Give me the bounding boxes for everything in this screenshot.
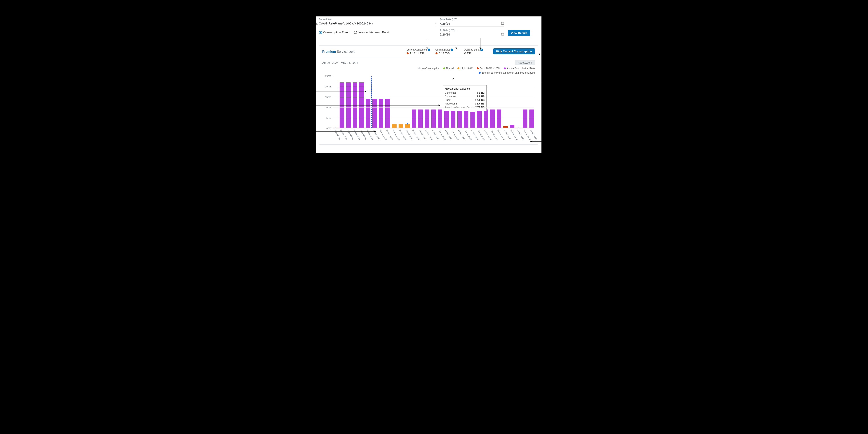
hide-current-consumption-button[interactable]: Hide Current Consumption bbox=[493, 48, 535, 54]
legend-dot bbox=[479, 72, 480, 74]
subscription-select[interactable]: QA-All-RatePlans-V1-06 (A-S00024534) bbox=[319, 21, 436, 26]
legend-dot bbox=[504, 67, 506, 69]
subscription-label: Subscription bbox=[319, 18, 436, 21]
info-icon[interactable]: i bbox=[480, 48, 483, 51]
tooltip-prov-value: : 2.79 TiB bbox=[474, 105, 485, 109]
legend-dot bbox=[477, 67, 479, 69]
y-tick: 10 TiB bbox=[322, 106, 332, 109]
current-consumed-label: Current Consumed bbox=[407, 48, 427, 51]
current-burst-label: Current Burst bbox=[435, 48, 450, 51]
legend-high: High > 80% bbox=[460, 67, 473, 70]
radio-unchecked-icon bbox=[354, 31, 357, 34]
tooltip-consumed-value: : 9.1 TiB bbox=[475, 95, 485, 98]
chart-cursor-line bbox=[371, 76, 372, 128]
calendar-icon bbox=[501, 32, 504, 36]
x-tick-label: 26 May 22:00 bbox=[530, 129, 538, 141]
legend-dot bbox=[418, 67, 421, 69]
accrued-burst-label: Accrued Burst bbox=[464, 48, 479, 51]
tooltip-consumed-label: Consumed bbox=[445, 95, 457, 98]
service-level-premium: Premium bbox=[322, 50, 336, 53]
legend-no-consumption: No Consumption bbox=[422, 67, 439, 70]
to-date-value: 5/26/24 bbox=[440, 33, 450, 36]
radio-checked-icon bbox=[319, 31, 322, 34]
metric-current-burst: Current Burst i 0.12 TiB bbox=[435, 48, 460, 55]
service-level-title: Premium Service Level bbox=[322, 50, 356, 54]
subscription-value: QA-All-RatePlans-V1-06 (A-S00024534) bbox=[319, 22, 373, 25]
svg-rect-0 bbox=[501, 22, 504, 25]
svg-rect-1 bbox=[501, 33, 504, 35]
chart-date-range: Apr 25, 2024 - May 26, 2024 bbox=[322, 61, 358, 64]
legend-burst: Burst 100% - 120% bbox=[480, 67, 500, 70]
consumption-panel: Subscription QA-All-RatePlans-V1-06 (A-S… bbox=[316, 16, 541, 153]
y-tick: 15 TiB bbox=[322, 96, 332, 98]
metric-accrued-burst: Accrued Burst i 0 TiB bbox=[464, 48, 489, 55]
sample-dot bbox=[407, 123, 408, 125]
top-controls: Subscription QA-All-RatePlans-V1-06 (A-S… bbox=[316, 16, 541, 37]
to-date-label: To Date (UTC) bbox=[440, 29, 504, 32]
tooltip-burst-value: : 7.1 TiB bbox=[475, 98, 485, 102]
service-level-text: Service Level bbox=[337, 50, 356, 53]
tooltip-title: May 13, 2024 10:00:00 bbox=[445, 87, 485, 91]
current-burst-value: 0.12 TiB bbox=[439, 52, 450, 55]
view-mode-radios: Consumption Trend Invoiced Accrued Burst bbox=[319, 31, 436, 34]
radio-consumption-trend[interactable]: Consumption Trend bbox=[319, 31, 350, 34]
radio-invoiced-burst-label: Invoiced Accrued Burst bbox=[358, 31, 389, 34]
chevron-down-icon bbox=[434, 23, 436, 24]
from-date-label: From Date (UTC) bbox=[440, 18, 504, 21]
chart-card: Premium Service Level Current Consumed i… bbox=[319, 45, 538, 144]
legend-row-1: No Consumption Normal High > 80% Burst 1… bbox=[322, 66, 535, 71]
from-date-value: 4/25/24 bbox=[440, 22, 450, 25]
calendar-icon bbox=[501, 22, 504, 26]
legend-above-burst: Above Burst Limit > 120% bbox=[507, 67, 535, 70]
view-details-button[interactable]: View Details bbox=[508, 30, 530, 36]
metric-current-consumed: Current Consumed i 1.12 /1 TiB bbox=[407, 48, 431, 55]
legend-dot bbox=[457, 67, 459, 69]
tooltip-above-limit-value: : 6.7 TiB bbox=[475, 102, 485, 105]
y-tick: 25 TiB bbox=[322, 75, 332, 77]
y-tick: 5 TiB bbox=[322, 117, 332, 119]
status-dot bbox=[407, 52, 409, 54]
reset-zoom-button[interactable]: Reset Zoom bbox=[515, 60, 535, 65]
legend-dot bbox=[443, 67, 445, 69]
info-icon[interactable]: i bbox=[451, 48, 453, 51]
current-consumed-value: 1.12 /1 TiB bbox=[410, 52, 424, 55]
metrics-group: Current Consumed i 1.12 /1 TiB Current B… bbox=[407, 48, 535, 55]
status-dot bbox=[435, 52, 437, 54]
tooltip-prov-label: Provisional Accrued Burst bbox=[445, 105, 472, 109]
legend-row-2: Zoom in to view burst between samples di… bbox=[322, 71, 535, 75]
accrued-burst-value: 0 TiB bbox=[464, 52, 471, 55]
tooltip-committed-value: : 2 TiB bbox=[477, 91, 485, 95]
y-tick: 0 TiB bbox=[322, 127, 332, 130]
legend-zoom-hint: Zoom in to view burst between samples di… bbox=[482, 71, 535, 74]
chart-tooltip: May 13, 2024 10:00:00 Committed: 2 TiB C… bbox=[443, 85, 487, 111]
info-icon[interactable]: i bbox=[428, 48, 430, 51]
from-date-input[interactable]: 4/25/24 bbox=[440, 21, 504, 27]
radio-invoiced-burst[interactable]: Invoiced Accrued Burst bbox=[354, 31, 389, 34]
radio-consumption-trend-label: Consumption Trend bbox=[323, 31, 350, 34]
tooltip-above-limit-label: Above Limit bbox=[445, 102, 458, 105]
tooltip-committed-label: Committed bbox=[445, 91, 457, 95]
to-date-input[interactable]: 5/26/24 bbox=[440, 32, 504, 37]
tooltip-burst-label: Burst bbox=[445, 98, 451, 102]
legend-normal: Normal bbox=[446, 67, 454, 70]
y-tick: 20 TiB bbox=[322, 86, 332, 88]
chart-area[interactable]: 25 Apr 00:0026 Apr 02:0027 Apr 04:0028 A… bbox=[322, 76, 535, 142]
